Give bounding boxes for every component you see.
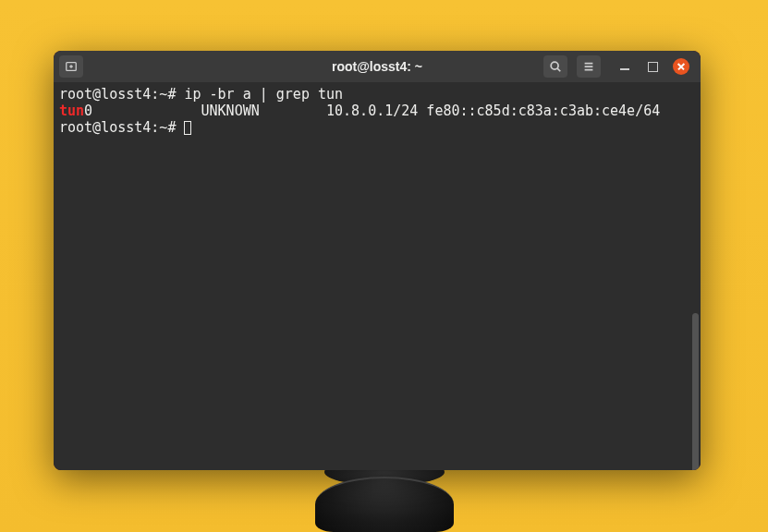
maximize-button[interactable] bbox=[645, 59, 660, 74]
cursor bbox=[184, 121, 191, 135]
output-line-1: tun0 UNKNOWN 10.8.0.1/24 fe80::c85d:c83a… bbox=[59, 103, 695, 119]
command-line-1: root@losst4:~# ip -br a | grep tun bbox=[59, 86, 695, 103]
iface-addrs: 10.8.0.1/24 fe80::c85d:c83a:c3ab:ce4e/64 bbox=[326, 103, 668, 119]
terminal-output-area[interactable]: root@losst4:~# ip -br a | grep tuntun0 U… bbox=[54, 82, 701, 470]
new-tab-button[interactable] bbox=[59, 55, 83, 78]
grep-highlight: tun bbox=[59, 103, 84, 119]
terminal-window: root@losst4: ~ root@losst4:~# ip -br a |… bbox=[54, 51, 701, 470]
svg-line-4 bbox=[557, 68, 560, 71]
minimize-button[interactable] bbox=[617, 59, 632, 74]
titlebar-right bbox=[543, 55, 695, 78]
scrollbar[interactable] bbox=[692, 313, 699, 470]
close-button[interactable] bbox=[673, 58, 689, 75]
command-1-text: ip -br a | grep tun bbox=[184, 86, 343, 103]
window-titlebar: root@losst4: ~ bbox=[54, 51, 701, 82]
iface-rest: 0 bbox=[84, 103, 201, 119]
window-controls bbox=[617, 58, 689, 75]
svg-point-3 bbox=[551, 62, 558, 69]
prompt-1: root@losst4:~# bbox=[59, 86, 176, 103]
window-title: root@losst4: ~ bbox=[332, 59, 422, 74]
titlebar-left bbox=[59, 55, 83, 78]
menu-button[interactable] bbox=[577, 55, 601, 78]
iface-state: UNKNOWN bbox=[201, 103, 326, 119]
prompt-2: root@losst4:~# bbox=[59, 119, 176, 136]
search-button[interactable] bbox=[543, 55, 567, 78]
command-line-2: root@losst4:~# bbox=[59, 119, 695, 136]
